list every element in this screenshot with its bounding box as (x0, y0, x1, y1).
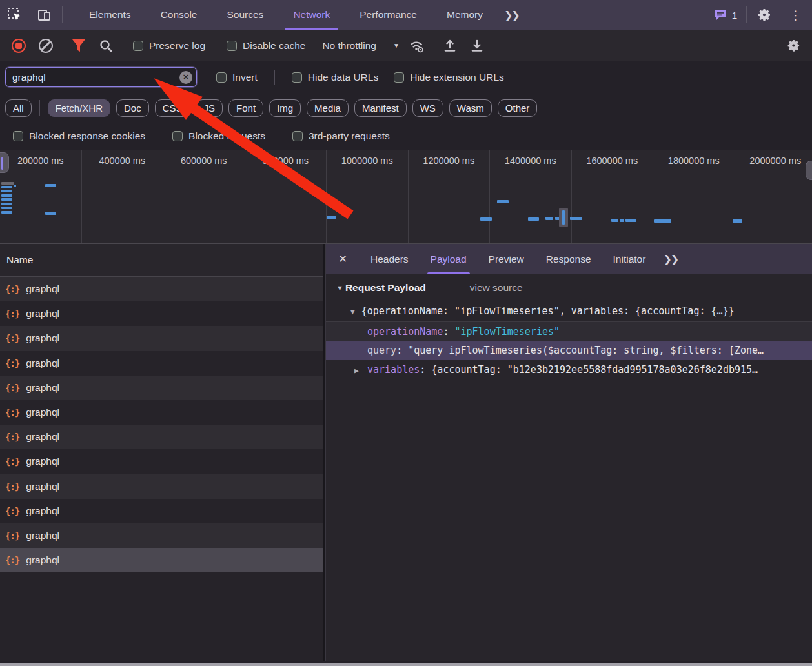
filter-input-wrapper: ✕ (5, 67, 197, 87)
timeline-tick: 1000000 ms (327, 150, 409, 243)
filter-icon[interactable] (65, 35, 92, 57)
filter-chip-js[interactable]: JS (196, 99, 223, 117)
tab-network[interactable]: Network (278, 0, 345, 30)
divider (274, 70, 275, 85)
preserve-log-checkbox[interactable]: Preserve log (125, 40, 213, 52)
request-row[interactable]: {:}graphql (0, 326, 323, 350)
request-row[interactable]: {:}graphql (0, 474, 323, 499)
name-column-header[interactable]: Name (0, 244, 323, 277)
tab-memory[interactable]: Memory (432, 0, 498, 30)
throttling-dropdown[interactable]: No throttling ▼ (313, 40, 403, 52)
request-row[interactable]: {:}graphql (0, 548, 323, 572)
detail-tab-initiator[interactable]: Initiator (602, 244, 657, 274)
request-name: graphql (26, 382, 59, 394)
filter-chip-ws[interactable]: WS (412, 99, 443, 117)
tab-sources[interactable]: Sources (212, 0, 279, 30)
detail-tab-headers[interactable]: Headers (360, 244, 420, 274)
filter-input[interactable] (12, 72, 179, 83)
request-row[interactable]: {:}graphql (0, 499, 323, 523)
filter-chip-fetch-xhr[interactable]: Fetch/XHR (48, 99, 110, 117)
view-source-link[interactable]: view source (470, 282, 523, 294)
request-row[interactable]: {:}graphql (0, 425, 323, 449)
more-panels-icon[interactable]: ❯❯ (498, 0, 525, 30)
checkbox-3rd-party-requests[interactable]: 3rd-party requests (285, 130, 398, 142)
filter-chip-media[interactable]: Media (307, 99, 349, 117)
device-toolbar-icon[interactable] (30, 0, 59, 30)
filter-chip-img[interactable]: Img (269, 99, 301, 117)
detail-tab-payload[interactable]: Payload (420, 244, 478, 274)
collapse-triangle-icon[interactable]: ▼ (350, 302, 355, 321)
settings-gear-icon[interactable] (749, 0, 779, 30)
record-network-log-button[interactable] (5, 35, 32, 57)
request-row[interactable]: {:}graphql (0, 523, 323, 548)
timeline-request-bar (1, 186, 12, 188)
fetch-xhr-icon: {:} (5, 358, 19, 368)
checkbox-label: Blocked response cookies (29, 130, 145, 142)
payload-row-variables[interactable]: ▶variables: {accountTag: "b12e3b2192ee55… (326, 360, 812, 379)
invert-checkbox[interactable]: Invert (208, 72, 265, 83)
request-row[interactable]: {:}graphql (0, 376, 323, 400)
request-row[interactable]: {:}graphql (0, 301, 323, 326)
payload-colon: : (396, 345, 408, 356)
tab-performance[interactable]: Performance (345, 0, 432, 30)
hide-extension-urls-checkbox[interactable]: Hide extension URLs (386, 72, 512, 83)
inspect-element-icon[interactable] (0, 0, 30, 30)
hide-data-urls-checkbox[interactable]: Hide data URLs (284, 72, 386, 83)
detail-tab-response[interactable]: Response (535, 244, 602, 274)
message-bubble-icon (714, 8, 727, 21)
more-options-icon[interactable]: ⋮ (779, 0, 812, 30)
payload-preview-line[interactable]: ▼{operationName: "ipFlowTimeseries", var… (326, 301, 812, 321)
overview-scroll-handle-left[interactable] (0, 152, 9, 173)
timeline-tick: 800000 ms (245, 150, 327, 243)
throttling-value: No throttling (322, 40, 376, 52)
filter-chip-font[interactable]: Font (228, 99, 263, 117)
checkbox-blocked-response-cookies[interactable]: Blocked response cookies (5, 130, 153, 142)
blocked-filters-row: Blocked response cookiesBlocked requests… (0, 123, 812, 150)
request-row[interactable]: {:}graphql (0, 351, 323, 376)
timeline-tick: 2000000 ms (735, 150, 812, 243)
request-row[interactable]: {:}graphql (0, 449, 323, 474)
clear-network-log-button[interactable] (32, 35, 59, 57)
fetch-xhr-icon: {:} (5, 407, 19, 418)
request-row[interactable]: {:}graphql (0, 277, 323, 301)
checkbox-blocked-requests[interactable]: Blocked requests (165, 130, 273, 142)
request-name: graphql (26, 308, 59, 319)
payload-row-operationName[interactable]: operationName: "ipFlowTimeseries" (326, 321, 812, 341)
close-detail-icon[interactable]: ✕ (326, 244, 360, 274)
console-messages-badge[interactable]: 1 (707, 0, 744, 30)
filter-chip-other[interactable]: Other (498, 99, 538, 117)
overview-scroll-handle-right[interactable] (806, 161, 812, 180)
expand-triangle-icon[interactable]: ▶ (354, 361, 363, 379)
filter-chip-manifest[interactable]: Manifest (354, 99, 407, 117)
devtools-window: ElementsConsoleSourcesNetworkPerformance… (0, 0, 812, 666)
payload-row-query[interactable]: query: "query ipFlowTimeseries($accountT… (326, 341, 812, 360)
fetch-xhr-icon: {:} (5, 432, 19, 442)
timeline-request-bar (1, 211, 12, 214)
timeline-request-bar (654, 219, 671, 223)
filter-chip-css[interactable]: CSS (155, 99, 190, 117)
export-har-icon[interactable] (463, 35, 491, 57)
divider (39, 100, 40, 116)
network-settings-gear-icon[interactable] (780, 35, 807, 57)
filter-chip-wasm[interactable]: Wasm (449, 99, 492, 117)
filter-chip-doc[interactable]: Doc (116, 99, 149, 117)
request-payload-title: Request Payload (345, 282, 426, 294)
disable-cache-checkbox[interactable]: Disable cache (219, 40, 313, 52)
collapse-triangle-icon[interactable]: ▼ (336, 284, 343, 292)
tab-console[interactable]: Console (146, 0, 212, 30)
network-overview-timeline[interactable]: 200000 ms400000 ms600000 ms800000 ms1000… (0, 150, 812, 244)
timeline-request-bar (45, 184, 56, 187)
search-icon[interactable] (92, 35, 119, 57)
network-conditions-icon[interactable] (403, 35, 431, 57)
detail-tab-preview[interactable]: Preview (478, 244, 535, 274)
import-har-icon[interactable] (436, 35, 463, 57)
fetch-xhr-icon: {:} (5, 481, 19, 492)
timeline-tick: 200000 ms (0, 150, 82, 243)
request-name: graphql (26, 431, 59, 443)
filter-chip-all[interactable]: All (5, 99, 32, 117)
request-row[interactable]: {:}graphql (0, 400, 323, 425)
more-detail-tabs-icon[interactable]: ❯❯ (656, 244, 684, 274)
payload-value: "ipFlowTimeseries" (454, 326, 560, 338)
clear-filter-icon[interactable]: ✕ (179, 71, 192, 84)
tab-elements[interactable]: Elements (74, 0, 146, 30)
